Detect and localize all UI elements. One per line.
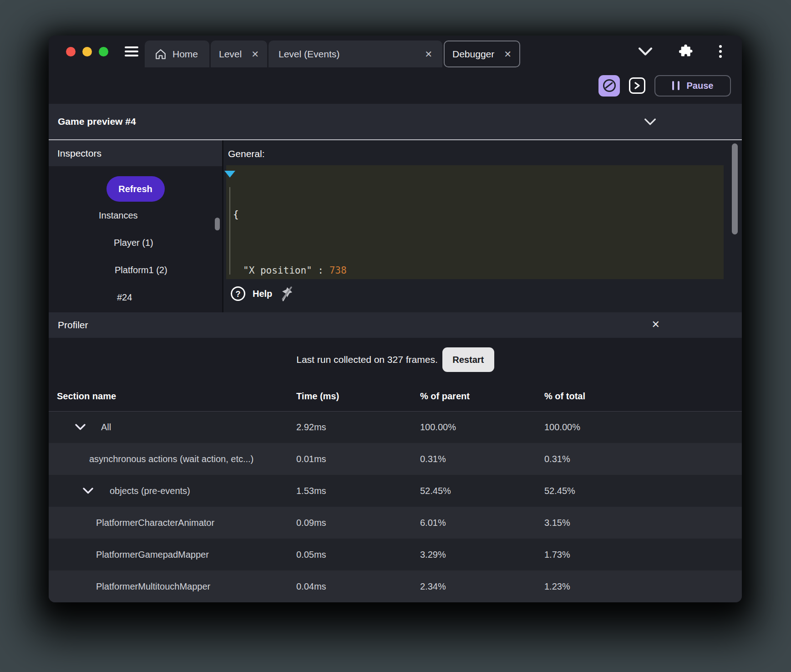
json-content: { "X position" : 738 "Y position" : 459 … [226, 165, 724, 312]
refresh-button[interactable]: Refresh [106, 176, 165, 202]
game-preview-header: Game preview #4 [49, 104, 742, 139]
collapse-triangle-icon[interactable] [224, 171, 235, 178]
menu-hamburger-icon[interactable] [125, 46, 138, 56]
inspector-item-instances[interactable]: Instances [49, 202, 222, 229]
profiler-row-gamepad-mapper[interactable]: PlatformerGamepadMapper 0.05ms 3.29% 1.7… [49, 539, 742, 570]
inspector-item-player[interactable]: Player (1) [49, 229, 222, 256]
tab-label: Home [172, 49, 198, 60]
percent-total-value: 1.73% [544, 550, 742, 560]
profiler-row-multitouch-mapper[interactable]: PlatformerMultitouchMapper 0.04ms 2.34% … [49, 570, 742, 602]
profiler-header: Profiler ✕ [49, 312, 742, 338]
home-icon [155, 48, 167, 60]
percent-total-value: 100.00% [544, 422, 742, 433]
tabbar-right-icons [638, 44, 723, 59]
tab-bar: Home Level ✕ Level (Events) ✕ Debugger ✕ [49, 36, 742, 67]
json-code-block: { "X position" : 738 "Y position" : 459 … [226, 165, 724, 279]
kebab-menu-icon[interactable] [718, 44, 723, 59]
general-scrollbar[interactable] [732, 143, 738, 234]
percent-total-value: 1.23% [544, 581, 742, 592]
percent-parent-value: 0.31% [420, 454, 544, 464]
tab-label: Level [219, 49, 242, 60]
close-window-button[interactable] [66, 47, 76, 56]
tab-home[interactable]: Home [145, 41, 209, 67]
profiler-row-objects[interactable]: objects (pre-events) 1.53ms 52.45% 52.45… [49, 475, 742, 507]
percent-parent-value: 100.00% [420, 422, 544, 433]
game-preview-title: Game preview #4 [58, 116, 136, 127]
section-name: All [101, 422, 111, 433]
close-tab-icon[interactable]: ✕ [251, 49, 259, 60]
column-percent-parent: % of parent [420, 391, 544, 402]
tab-level[interactable]: Level ✕ [211, 41, 267, 67]
json-line-x-position: "X position" : 738 [226, 261, 724, 280]
column-section-name: Section name [49, 391, 296, 402]
time-value: 0.04ms [296, 581, 420, 592]
close-tab-icon[interactable]: ✕ [425, 49, 432, 60]
percent-total-value: 3.15% [544, 518, 742, 528]
close-profiler-icon[interactable]: ✕ [652, 319, 660, 331]
pause-label: Pause [687, 81, 714, 91]
profiler-status-row: Last run collected on 327 frames. Restar… [49, 338, 742, 382]
general-panel: General: { "X position" : 738 "Y positio… [223, 140, 742, 312]
percent-total-value: 0.31% [544, 454, 742, 464]
inspector-item-platform1[interactable]: Platform1 (2) [49, 256, 222, 284]
app-window: Home Level ✕ Level (Events) ✕ Debugger ✕ [49, 36, 742, 602]
profiler-row-character-animator[interactable]: PlatformerCharacterAnimator 0.09ms 6.01%… [49, 507, 742, 539]
tab-label: Debugger [452, 49, 494, 60]
column-percent-total: % of total [544, 391, 742, 402]
restart-button[interactable]: Restart [442, 347, 494, 372]
section-name: PlatformerMultitouchMapper [49, 581, 296, 592]
inspector-item-instance-24[interactable]: #24 [49, 284, 222, 311]
percent-parent-value: 2.34% [420, 581, 544, 592]
profiler-status-text: Last run collected on 327 frames. [296, 354, 438, 365]
percent-total-value: 52.45% [544, 486, 742, 496]
extensions-puzzle-icon[interactable] [678, 44, 693, 59]
inspectors-title: Inspectors [49, 140, 222, 166]
indent-guide [229, 187, 230, 275]
profiler-toggle-button[interactable] [598, 75, 620, 97]
zoom-window-button[interactable] [99, 47, 108, 56]
debugger-main: Inspectors Refresh Instances Player (1) … [49, 140, 742, 312]
time-value: 1.53ms [296, 486, 420, 496]
close-tab-icon[interactable]: ✕ [504, 49, 512, 60]
time-value: 0.05ms [296, 550, 420, 560]
general-title: General: [223, 140, 742, 159]
tab-level-events[interactable]: Level (Events) ✕ [269, 41, 442, 67]
pause-icon [672, 81, 679, 90]
chevron-down-icon[interactable] [75, 424, 86, 430]
chevron-right-icon [634, 82, 640, 89]
percent-parent-value: 3.29% [420, 550, 544, 560]
tab-strip: Home Level ✕ Level (Events) ✕ Debugger ✕ [145, 41, 520, 67]
profiler-title: Profiler [58, 320, 88, 331]
pause-button[interactable]: Pause [654, 75, 731, 97]
section-name: PlatformerGamepadMapper [49, 550, 296, 560]
time-value: 2.92ms [296, 422, 420, 433]
column-time-ms: Time (ms) [296, 391, 420, 402]
chevron-down-icon[interactable] [638, 47, 653, 56]
time-value: 0.01ms [296, 454, 420, 464]
json-open-brace: { [226, 205, 724, 224]
gauge-icon [602, 78, 617, 93]
minimize-window-button[interactable] [82, 47, 92, 56]
chevron-down-icon[interactable] [83, 488, 93, 494]
inspectors-scrollbar[interactable] [215, 218, 220, 230]
console-button[interactable] [629, 77, 645, 94]
preview-dropdown-chevron-icon[interactable] [644, 118, 656, 125]
profiler-table-header: Section name Time (ms) % of parent % of … [49, 382, 742, 411]
percent-parent-value: 6.01% [420, 518, 544, 528]
profiler-row-async[interactable]: asynchronous actions (wait action, etc..… [49, 443, 742, 475]
percent-parent-value: 52.45% [420, 486, 544, 496]
json-viewer: { "X position" : 738 "Y position" : 459 … [226, 165, 724, 279]
time-value: 0.09ms [296, 518, 420, 528]
tab-debugger-active[interactable]: Debugger ✕ [444, 41, 520, 67]
section-name: PlatformerCharacterAnimator [49, 518, 296, 528]
profiler-content: Last run collected on 327 frames. Restar… [49, 338, 742, 602]
debugger-toolbar: Pause [49, 67, 742, 104]
tab-label: Level (Events) [279, 49, 340, 60]
section-name: objects (pre-events) [110, 486, 190, 496]
section-name: asynchronous actions (wait action, etc..… [49, 454, 296, 464]
profiler-row-all[interactable]: All 2.92ms 100.00% 100.00% [49, 411, 742, 443]
inspectors-panel: Inspectors Refresh Instances Player (1) … [49, 140, 223, 312]
window-controls [66, 47, 108, 56]
